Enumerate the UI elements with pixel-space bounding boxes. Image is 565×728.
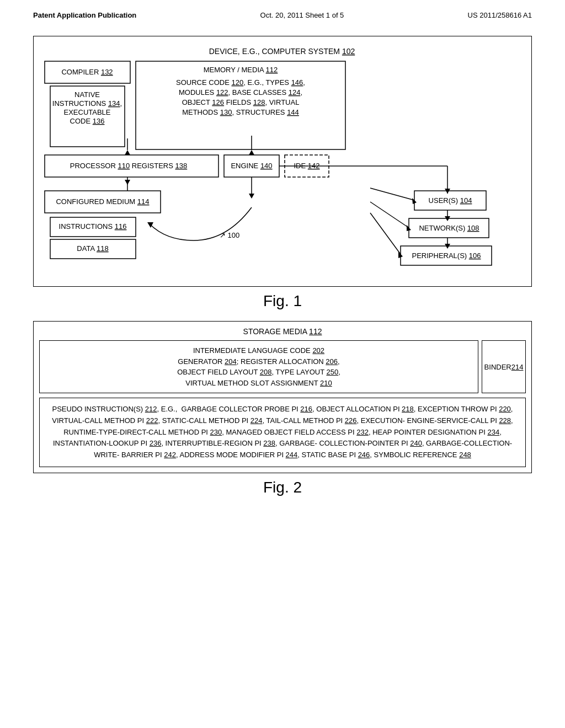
binder-box: BINDER214 bbox=[482, 340, 526, 393]
svg-text:PERIPHERAL(S) 106: PERIPHERAL(S) 106 bbox=[412, 251, 481, 260]
pseudo-box: PSEUDO INSTRUCTION(S) 212, E.G., GARBAGE… bbox=[39, 398, 526, 467]
page-header: Patent Application Publication Oct. 20, … bbox=[33, 11, 532, 19]
svg-text:METHODS 130, STRUCTURES 144: METHODS 130, STRUCTURES 144 bbox=[182, 108, 299, 116]
header-right: US 2011/258616 A1 bbox=[468, 11, 532, 19]
svg-text:COMPILER 132: COMPILER 132 bbox=[61, 68, 113, 76]
svg-text:CONFIGURED MEDIUM 114: CONFIGURED MEDIUM 114 bbox=[56, 197, 149, 206]
svg-text:INSTRUCTIONS 116: INSTRUCTIONS 116 bbox=[59, 222, 127, 231]
svg-line-44 bbox=[370, 202, 409, 228]
svg-marker-40 bbox=[249, 150, 254, 155]
svg-text:ENGINE 140: ENGINE 140 bbox=[231, 162, 272, 170]
svg-line-42 bbox=[370, 188, 414, 200]
fig2-title-num: 112 bbox=[309, 327, 322, 336]
header-left: Patent Application Publication bbox=[33, 11, 136, 19]
svg-text:NETWORK(S) 108: NETWORK(S) 108 bbox=[419, 224, 479, 232]
fig1-svg: DEVICE, E.G., COMPUTER SYSTEM 102 COMPIL… bbox=[39, 42, 525, 279]
svg-text:EXECUTABLE: EXECUTABLE bbox=[63, 108, 110, 116]
svg-text:DEVICE, E.G., COMPUTER SYSTEM : DEVICE, E.G., COMPUTER SYSTEM 102 bbox=[209, 47, 355, 56]
fig2-diagram: STORAGE MEDIA 112 INTERMEDIATE LANGUAGE … bbox=[33, 321, 532, 473]
svg-text:↗ 100: ↗ 100 bbox=[220, 231, 239, 239]
fig1-diagram: DEVICE, E.G., COMPUTER SYSTEM 102 COMPIL… bbox=[33, 36, 532, 287]
svg-text:CODE 136: CODE 136 bbox=[70, 117, 105, 125]
svg-text:INSTRUCTIONS 134,: INSTRUCTIONS 134, bbox=[52, 99, 122, 108]
header-center: Oct. 20, 2011 Sheet 1 of 5 bbox=[260, 11, 344, 19]
fig2-label: Fig. 2 bbox=[33, 479, 532, 496]
svg-text:PROCESSOR 110 REGISTERS 138: PROCESSOR 110 REGISTERS 138 bbox=[70, 162, 187, 170]
svg-text:MODULES 122, BASE CLASSES 124,: MODULES 122, BASE CLASSES 124, bbox=[179, 88, 302, 97]
svg-marker-22 bbox=[125, 150, 130, 155]
svg-marker-39 bbox=[249, 194, 254, 199]
fig2-top-row: INTERMEDIATE LANGUAGE CODE 202 GENERATOR… bbox=[39, 340, 526, 393]
fig2-title: STORAGE MEDIA 112 bbox=[39, 327, 526, 336]
svg-text:MEMORY / MEDIA 112: MEMORY / MEDIA 112 bbox=[204, 66, 278, 74]
svg-text:USER(S) 104: USER(S) 104 bbox=[429, 196, 472, 205]
fig1-label: Fig. 1 bbox=[33, 292, 532, 310]
svg-text:SOURCE CODE 120, E.G., TYPES 1: SOURCE CODE 120, E.G., TYPES 146, bbox=[176, 78, 305, 87]
ilc-box: INTERMEDIATE LANGUAGE CODE 202 GENERATOR… bbox=[39, 340, 478, 393]
svg-text:OBJECT 126 FIELDS 128, VIRTUAL: OBJECT 126 FIELDS 128, VIRTUAL bbox=[182, 98, 300, 106]
svg-text:NATIVE: NATIVE bbox=[74, 90, 100, 99]
svg-text:DATA 118: DATA 118 bbox=[77, 244, 108, 253]
